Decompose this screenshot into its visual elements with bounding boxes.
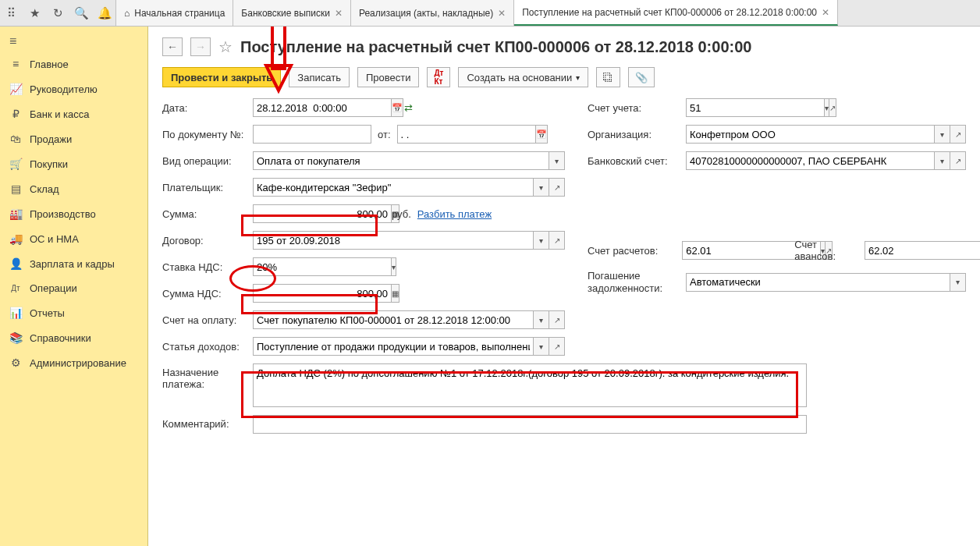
- sidebar-item-manager[interactable]: 📈Руководителю: [0, 76, 147, 101]
- posted-icon: ⇄: [404, 102, 413, 114]
- debt-label: Погашение задолженности:: [588, 270, 680, 294]
- attach-button[interactable]: 📎: [628, 67, 655, 87]
- currency-label: руб.: [392, 208, 411, 220]
- sidebar-item-production[interactable]: 🏭Производство: [0, 201, 147, 226]
- comment-input[interactable]: [253, 415, 807, 434]
- purpose-label: Назначение платежа:: [162, 363, 247, 390]
- calc-icon[interactable]: ▦: [392, 284, 399, 303]
- sidebar-item-assets[interactable]: 🚚ОС и НМА: [0, 226, 147, 251]
- open-icon[interactable]: [549, 310, 565, 329]
- advance-label: Счет авансов:: [794, 239, 858, 262]
- close-icon[interactable]: ✕: [335, 8, 343, 19]
- sidebar-item-bank[interactable]: ₽Банк и касса: [0, 101, 147, 126]
- chevron-down-icon[interactable]: [392, 257, 396, 276]
- create-based-button[interactable]: Создать на основании▾: [458, 67, 588, 87]
- payer-label: Плательщик:: [162, 182, 247, 193]
- chevron-down-icon[interactable]: [950, 273, 966, 292]
- chevron-down-icon[interactable]: [935, 151, 950, 170]
- account-input[interactable]: [686, 98, 825, 117]
- history-icon[interactable]: ↻: [51, 7, 64, 20]
- tab-current-doc[interactable]: Поступление на расчетный счет КП00-00000…: [514, 0, 838, 26]
- back-button[interactable]: ←: [162, 37, 183, 56]
- search-icon[interactable]: 🔍: [75, 7, 87, 20]
- open-icon[interactable]: [950, 151, 966, 170]
- apps-icon[interactable]: ⠿: [5, 7, 17, 20]
- chevron-down-icon[interactable]: [534, 178, 549, 197]
- docno-label: По документу №:: [162, 129, 247, 140]
- org-label: Организация:: [588, 129, 680, 140]
- page-title: Поступление на расчетный счет КП00-00000…: [240, 38, 751, 56]
- optype-input[interactable]: [253, 151, 549, 170]
- from-date-input[interactable]: [397, 125, 536, 144]
- bankacc-input[interactable]: [686, 151, 935, 170]
- vatrate-input[interactable]: [253, 257, 392, 276]
- sidebar-item-operations[interactable]: ДтОперации: [0, 276, 147, 300]
- bell-icon[interactable]: 🔔: [98, 7, 111, 20]
- main-icon: ≡: [9, 58, 22, 70]
- chevron-down-icon[interactable]: [534, 231, 549, 250]
- bankacc-label: Банковский счет:: [588, 155, 680, 167]
- favorite-star-icon[interactable]: ☆: [218, 37, 233, 56]
- cart-icon: 🛒: [9, 158, 22, 170]
- dtkt-button[interactable]: ДтКт: [427, 67, 450, 87]
- tab-bank-statements[interactable]: Банковские выписки✕: [233, 0, 351, 26]
- bars-icon: 📊: [9, 307, 22, 319]
- comment-label: Комментарий:: [162, 415, 247, 430]
- income-input[interactable]: [253, 337, 534, 356]
- chevron-down-icon[interactable]: [534, 337, 549, 356]
- sum-label: Сумма:: [162, 208, 247, 220]
- calendar-icon[interactable]: [392, 98, 403, 117]
- sidebar-item-hr[interactable]: 👤Зарплата и кадры: [0, 251, 147, 276]
- sidebar-item-reports[interactable]: 📊Отчеты: [0, 300, 147, 325]
- person-icon: 👤: [9, 257, 22, 270]
- chevron-down-icon[interactable]: [549, 151, 565, 170]
- sidebar: ≡ ≡Главное 📈Руководителю ₽Банк и касса 🛍…: [0, 27, 148, 546]
- sum-input[interactable]: [253, 204, 392, 223]
- sidebar-item-admin[interactable]: ⚙Администрирование: [0, 350, 147, 375]
- books-icon: 📚: [9, 332, 22, 344]
- docno-input[interactable]: [253, 125, 371, 144]
- purpose-textarea[interactable]: [253, 363, 807, 407]
- advance-input[interactable]: [865, 241, 980, 260]
- close-icon[interactable]: ✕: [822, 7, 829, 18]
- star-icon[interactable]: ★: [28, 7, 41, 20]
- menu-toggle-icon[interactable]: ≡: [0, 31, 147, 51]
- invoice-input[interactable]: [253, 310, 534, 329]
- from-label: от:: [378, 129, 391, 140]
- debt-input[interactable]: [686, 273, 950, 292]
- sidebar-item-sales[interactable]: 🛍Продажи: [0, 126, 147, 151]
- bag-icon: 🛍: [9, 133, 22, 145]
- date-input[interactable]: [253, 98, 392, 117]
- close-icon[interactable]: ✕: [498, 8, 506, 19]
- ruble-icon: ₽: [9, 108, 22, 120]
- tab-home[interactable]: ⌂Начальная страница: [115, 0, 233, 26]
- payer-input[interactable]: [253, 178, 534, 197]
- open-icon[interactable]: [549, 231, 565, 250]
- split-payment-link[interactable]: Разбить платеж: [417, 208, 492, 220]
- write-button[interactable]: Записать: [289, 67, 350, 87]
- sidebar-item-stock[interactable]: ▤Склад: [0, 176, 147, 201]
- calendar-icon[interactable]: [536, 125, 548, 144]
- account-label: Счет учета:: [588, 102, 680, 114]
- post-and-close-button[interactable]: Провести и закрыть: [162, 67, 281, 87]
- sidebar-item-references[interactable]: 📚Справочники: [0, 325, 147, 350]
- open-icon[interactable]: [950, 125, 966, 144]
- org-input[interactable]: [686, 125, 935, 144]
- post-button[interactable]: Провести: [357, 67, 420, 87]
- contract-input[interactable]: [253, 231, 534, 250]
- chevron-down-icon[interactable]: [935, 125, 950, 144]
- vatsum-input[interactable]: [253, 284, 392, 303]
- contract-label: Договор:: [162, 235, 247, 246]
- factory-icon: 🏭: [9, 207, 22, 220]
- stock-icon: ▤: [9, 183, 22, 195]
- forward-button[interactable]: →: [190, 37, 211, 56]
- structure-button[interactable]: ⿻: [596, 67, 620, 87]
- open-icon[interactable]: [829, 98, 836, 117]
- sidebar-item-main[interactable]: ≡Главное: [0, 51, 147, 76]
- tab-sales[interactable]: Реализация (акты, накладные)✕: [351, 0, 514, 26]
- open-icon[interactable]: [549, 178, 565, 197]
- sidebar-item-purchases[interactable]: 🛒Покупки: [0, 151, 147, 176]
- open-icon[interactable]: [549, 337, 565, 356]
- dtkt-icon: Дт: [9, 284, 22, 292]
- chevron-down-icon[interactable]: [534, 310, 549, 329]
